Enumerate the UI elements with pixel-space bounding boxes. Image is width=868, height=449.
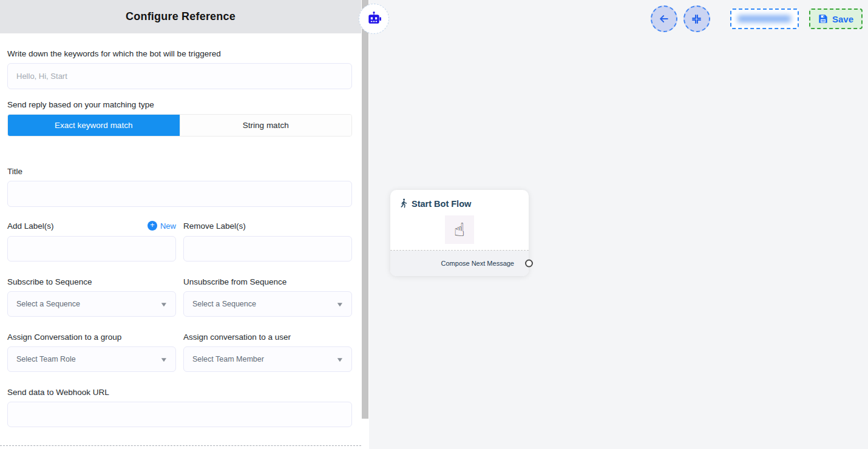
subscribe-sequence-value: Select a Sequence	[16, 300, 80, 308]
chevron-down-icon: ▼	[160, 356, 168, 363]
start-bot-flow-node[interactable]: Start Bot Flow ☝ Compose Next Message	[390, 190, 529, 276]
scrollbar-thumb[interactable]	[362, 0, 368, 419]
compose-next-message-label: Compose Next Message	[441, 260, 514, 267]
webhook-url-input[interactable]	[7, 402, 352, 427]
chevron-down-icon: ▼	[160, 301, 168, 308]
unsubscribe-sequence-label: Unsubscribe from Sequence	[183, 277, 352, 286]
arrow-left-icon	[658, 13, 670, 25]
walking-person-icon	[399, 198, 408, 209]
matching-type-label: Send reply based on your matching type	[7, 100, 352, 109]
save-button-label: Save	[832, 14, 853, 24]
chevron-down-icon: ▼	[336, 301, 344, 308]
assign-user-select[interactable]: Select Team Member ▼	[183, 346, 352, 372]
fit-view-button[interactable]	[683, 5, 710, 32]
add-labels-input[interactable]	[7, 236, 176, 262]
plus-icon: +	[147, 221, 157, 231]
keywords-label: Write down the keywords for which the bo…	[7, 49, 352, 58]
save-icon	[818, 14, 828, 24]
panel-scrollbar[interactable]	[361, 0, 369, 449]
assign-group-select[interactable]: Select Team Role ▼	[7, 346, 176, 372]
matching-type-tabs: Exact keyword match String match	[7, 114, 352, 137]
robot-icon	[366, 11, 382, 27]
title-label: Title	[7, 167, 352, 176]
assign-group-value: Select Team Role	[16, 355, 76, 363]
tab-string-match[interactable]: String match	[180, 115, 352, 136]
panel-header: Configure Reference	[0, 0, 361, 33]
bot-avatar	[359, 4, 389, 34]
remove-labels-label: Remove Label(s)	[183, 221, 246, 231]
save-button[interactable]: Save	[809, 8, 863, 29]
subscribe-sequence-label: Subscribe to Sequence	[7, 277, 176, 286]
assign-group-label: Assign Conversation to a group	[7, 333, 176, 342]
node-body: Start Bot Flow ☝	[390, 190, 529, 251]
bot-flow-builder-app: Configure Reference Write down the keywo…	[0, 0, 868, 449]
add-labels-label: Add Label(s)	[7, 221, 54, 231]
node-title-text: Start Bot Flow	[412, 199, 471, 209]
compress-icon	[691, 14, 702, 24]
tab-exact-keyword-match[interactable]: Exact keyword match	[8, 115, 180, 136]
new-label-button[interactable]: + New	[147, 221, 176, 231]
node-output-handle[interactable]	[525, 260, 533, 268]
assign-user-label: Assign conversation to a user	[183, 333, 352, 342]
webhook-url-label: Send data to Webhook URL	[7, 388, 352, 397]
cursor-pointer-graphic: ☝	[445, 215, 474, 244]
remove-labels-input[interactable]	[183, 236, 352, 262]
blurred-action-button[interactable]	[730, 8, 799, 29]
unsubscribe-sequence-select[interactable]: Select a Sequence ▼	[183, 291, 352, 317]
hand-cursor-icon: ☝	[454, 219, 465, 240]
panel-bottom-divider	[0, 445, 361, 446]
panel-body: Write down the keywords for which the bo…	[0, 33, 361, 427]
back-button[interactable]	[651, 5, 677, 32]
canvas-toolbar: Save	[651, 5, 863, 32]
assign-user-value: Select Team Member	[192, 355, 264, 363]
configure-reference-panel: Configure Reference Write down the keywo…	[0, 0, 361, 449]
redacted-text	[737, 15, 791, 22]
new-label-button-text: New	[160, 221, 176, 231]
subscribe-sequence-select[interactable]: Select a Sequence ▼	[7, 291, 176, 317]
chevron-down-icon: ▼	[336, 356, 344, 363]
title-input[interactable]	[7, 181, 352, 207]
panel-title: Configure Reference	[126, 10, 236, 23]
keywords-input[interactable]	[7, 63, 352, 89]
node-footer: Compose Next Message	[390, 251, 529, 276]
unsubscribe-sequence-value: Select a Sequence	[192, 300, 256, 308]
